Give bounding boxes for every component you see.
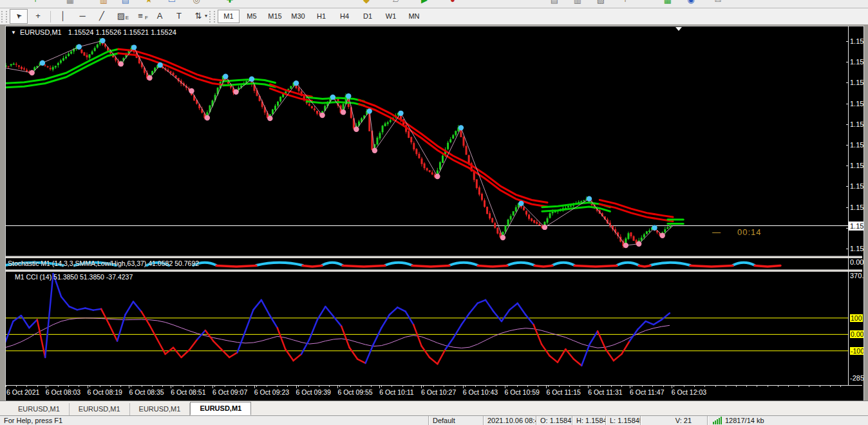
tile-horizontal-icon[interactable]: ▤ [549,0,560,6]
new-order-icon[interactable]: ✚ [224,0,236,6]
autotrading-start-icon[interactable]: ▶ [419,0,430,6]
fibonacci-retracement-sub-label: F [145,12,148,24]
profiles-icon[interactable]: ▦ [64,0,76,6]
timeframe-button-h4[interactable]: H4 [334,10,355,23]
terminal-icon[interactable]: ▭ [166,0,178,6]
stochastic-axis-label: 0.00 [850,258,864,266]
autotrading-stop-icon[interactable]: ● [447,0,458,6]
status-high: H: 1.15849 [572,416,605,425]
status-help: For Help, press F1 [0,416,428,425]
status-profile[interactable]: Default [428,416,483,425]
strategy-tester-icon[interactable]: ◎ [191,0,202,6]
price-tick-label: 1.1584 [850,58,864,66]
timeframe-button-d1[interactable]: D1 [357,10,379,23]
equidistant-channel-icon: ▨ [117,11,125,21]
metaeditor-icon[interactable]: ◆ [361,0,372,6]
time-minor-tick [663,386,664,387]
timeframe-button-m15[interactable]: M15 [264,10,286,23]
current-price-box: 1.1552 [849,222,864,231]
chart-svg [6,26,862,400]
time-minor-tick [674,386,674,387]
chart-shift-marker[interactable] [675,27,682,31]
time-minor-tick [413,386,413,387]
time-tick-label: 6 Oct 12:03 [672,388,706,396]
time-minor-tick [517,386,518,387]
cascade-windows-icon[interactable]: ▧ [595,0,607,6]
timeframe-button-h1[interactable]: H1 [310,10,332,23]
crosshair-tool-button[interactable]: + [29,9,47,24]
time-tick-label: 6 Oct 10:43 [463,388,498,396]
timeframe-button-m1[interactable]: M1 [218,10,240,23]
status-volume: V: 21 [640,416,707,425]
pane-splitter-stochastic[interactable] [6,256,862,258]
time-tick-label: 6 Oct 08:19 [88,388,122,396]
cursor-tool-button[interactable]: ➤ [10,9,28,24]
cci-level-label: 100 [850,314,863,322]
fibonacci-retracement-icon: ≡ [138,11,143,21]
time-minor-tick [809,386,809,387]
timeframe-button-m30[interactable]: M30 [287,10,309,23]
vertical-line-tool-button[interactable]: │ [54,9,72,24]
chart-tab[interactable]: EURUSD,M1 [70,403,130,415]
cci-level-label: 0.00 [850,330,864,338]
time-minor-tick [621,386,622,387]
horizontal-line-tool-button[interactable]: ─ [73,9,91,24]
time-minor-tick [423,386,424,387]
expert-advisors-icon[interactable]: ▱ [390,0,402,6]
zoom-out-icon[interactable]: − [641,0,653,6]
time-minor-tick [37,386,38,387]
navigator-icon[interactable]: ★ [143,0,155,6]
toolbar-grip[interactable] [1,11,7,23]
help-icon[interactable]: ◉ [685,0,697,6]
fibonacci-retracement-tool-button[interactable]: ≡F [131,9,149,24]
time-minor-tick [173,386,173,387]
timeframe-button-m5[interactable]: M5 [241,10,263,23]
price-tick-label: 1.1572 [850,120,864,128]
new-chart-icon[interactable]: + [30,0,41,6]
indicators-icon[interactable]: ▦ [662,0,674,6]
time-minor-tick [559,386,560,387]
time-minor-tick [246,386,247,387]
time-minor-tick [840,386,841,387]
symbol-dropdown-icon[interactable]: ▼ [11,30,16,35]
arrows-icon: ⇅ [195,11,202,21]
text-tool-button[interactable]: A [151,9,169,24]
toolbar-separator [50,11,51,23]
timeframe-toolbar: M1M5M15M30H1H4D1W1MN [217,8,426,24]
chart-tab[interactable]: EURUSD,M1 [130,403,191,415]
chevron-down-icon[interactable]: ▾ [205,10,207,23]
time-minor-tick [444,386,444,387]
chart-window[interactable]: ▼EURUSD,M11.15524 1.15526 1.15521 1.1552… [5,26,864,402]
timeframe-button-mn[interactable]: MN [403,10,425,23]
time-minor-tick [746,386,747,387]
chart-tab[interactable]: EURUSD,M1 [9,403,70,415]
time-minor-tick [611,386,612,387]
timeframe-button-w1[interactable]: W1 [380,10,402,23]
pane-splitter-cci[interactable] [6,269,862,272]
chart-canvas[interactable] [6,26,862,400]
time-minor-tick [736,386,737,387]
mt4-application-window: +▦▥▤★▭◎✚◆▱▶●▤▥▧+−▦◉✉ ➤+│─╱▨E≡FAT⇅▾ M1M5M… [0,0,868,425]
time-minor-tick [704,386,705,387]
status-bar-time: 2021.10.06 08:48 [483,416,536,425]
arrows-tool-button[interactable]: ⇅▾ [189,9,207,24]
toolbar-grip[interactable] [209,11,215,23]
zoom-in-icon[interactable]: + [619,0,631,6]
time-minor-tick [277,386,278,387]
market-watch-icon[interactable]: ▥ [98,0,109,6]
time-tick-label: 6 Oct 10:11 [379,388,414,396]
time-tick-label: 6 Oct 11:31 [588,388,623,396]
equidistant-channel-tool-button[interactable]: ▨E [112,9,130,24]
tile-vertical-icon[interactable]: ▥ [572,0,583,6]
data-window-icon[interactable]: ▤ [120,0,131,6]
chart-tab-active[interactable]: EURUSD,M1 [190,402,251,415]
time-minor-tick [204,386,205,387]
time-minor-tick [768,386,768,387]
time-tick-label: 6 Oct 11:15 [546,388,581,396]
text-label-tool-button[interactable]: T [170,9,188,24]
price-tick-mark [846,41,849,42]
mail-icon[interactable]: ✉ [712,0,724,6]
time-minor-tick [68,386,69,387]
chart-title-symbol: EURUSD,M1 [20,28,62,36]
trendline-tool-button[interactable]: ╱ [93,9,111,24]
